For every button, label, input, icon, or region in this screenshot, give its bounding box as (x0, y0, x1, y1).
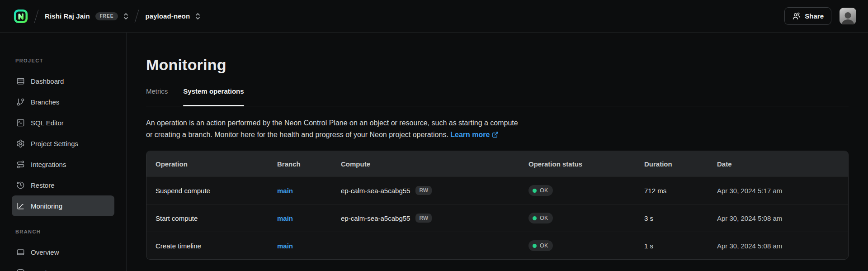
compute-cell: ep-calm-sea-a5cabg55 RW (341, 186, 528, 195)
status-dot-icon (533, 216, 537, 220)
sidebar-section-project: PROJECT (15, 58, 114, 63)
sidebar-item-label: Integrations (31, 161, 66, 168)
chevron-updown-icon (123, 12, 128, 20)
branch-link[interactable]: main (277, 214, 293, 222)
date-cell: Apr 30, 2024 5:17 am (717, 187, 848, 195)
col-header-compute: Compute (341, 160, 528, 168)
sidebar: PROJECT Dashboard Branches (0, 33, 127, 271)
tab-system-operations[interactable]: System operations (183, 87, 244, 106)
sidebar-item-dashboard[interactable]: Dashboard (12, 71, 114, 91)
sidebar-item-label: Dashboard (31, 77, 64, 85)
description-text: An operation is an action performed by t… (146, 117, 521, 141)
project-switcher[interactable]: payload-neon (145, 12, 200, 20)
sidebar-item-overview[interactable]: Overview (12, 242, 114, 262)
duration-cell: 3 s (644, 214, 717, 222)
rw-badge: RW (415, 186, 432, 195)
sidebar-item-restore[interactable]: Restore (12, 175, 114, 195)
table-row: Start compute main ep-calm-sea-a5cabg55 … (146, 204, 848, 232)
breadcrumb-divider (135, 10, 139, 23)
compute-cell: ep-calm-sea-a5cabg55 RW (341, 214, 528, 223)
branch-link[interactable]: main (277, 187, 293, 195)
page-title: Monitoring (146, 56, 849, 74)
org-switcher[interactable]: Rishi Raj Jain FREE (45, 12, 128, 20)
sidebar-item-label: Restore (31, 181, 55, 189)
sidebar-item-project-settings[interactable]: Project Settings (12, 133, 114, 154)
database-icon (16, 269, 25, 271)
compute-endpoint: ep-calm-sea-a5cabg55 (341, 214, 410, 222)
branch-link[interactable]: main (277, 242, 293, 250)
plan-badge: FREE (95, 12, 118, 20)
main-content: Monitoring Metrics System operations An … (127, 33, 868, 271)
tab-metrics[interactable]: Metrics (146, 87, 168, 106)
sidebar-section-branch: BRANCH (15, 229, 114, 234)
table-row: Suspend compute main ep-calm-sea-a5cabg5… (146, 176, 848, 204)
chart-line-icon (16, 202, 25, 210)
duration-cell: 712 ms (644, 187, 717, 195)
sidebar-item-label: Project Settings (31, 140, 78, 147)
external-link-icon (492, 131, 499, 138)
share-button[interactable]: Share (784, 7, 831, 25)
operations-table: Operation Branch Compute Operation statu… (146, 151, 849, 260)
status-badge: OK (528, 213, 553, 223)
history-icon (16, 181, 25, 190)
neon-logo-icon[interactable] (14, 9, 28, 24)
sidebar-item-sql-editor[interactable]: SQL Editor (12, 112, 114, 133)
terminal-icon (16, 119, 25, 127)
sidebar-item-label: Branches (31, 98, 59, 106)
col-header-duration: Duration (644, 160, 717, 168)
compute-endpoint: ep-calm-sea-a5cabg55 (341, 187, 410, 195)
rw-badge: RW (415, 214, 432, 223)
sidebar-item-databases[interactable]: Databases (12, 262, 114, 271)
project-name: payload-neon (145, 12, 190, 20)
table-header-row: Operation Branch Compute Operation statu… (146, 151, 848, 176)
status-dot-icon (533, 244, 537, 248)
gear-icon (16, 139, 25, 148)
col-header-branch: Branch (277, 160, 341, 168)
chevron-updown-icon (195, 12, 200, 20)
status-dot-icon (533, 189, 537, 193)
sidebar-item-branches[interactable]: Branches (12, 91, 114, 112)
operation-cell: Start compute (146, 214, 277, 222)
duration-cell: 1 s (644, 242, 717, 250)
sidebar-item-integrations[interactable]: Integrations (12, 154, 114, 175)
col-header-operation-status: Operation status (528, 160, 644, 168)
operation-cell: Create timeline (146, 242, 277, 250)
description-line1: An operation is an action performed by t… (146, 119, 518, 127)
col-header-date: Date (717, 160, 848, 168)
git-branch-icon (16, 98, 25, 106)
table-row: Create timeline main OK 1 s Apr 30, 2024… (146, 232, 848, 259)
sidebar-item-label: SQL Editor (31, 119, 64, 127)
sidebar-item-label: Monitoring (31, 202, 62, 210)
date-cell: Apr 30, 2024 5:08 am (717, 214, 848, 222)
user-avatar[interactable] (840, 8, 856, 24)
share-label: Share (805, 12, 824, 20)
col-header-operation: Operation (146, 160, 277, 168)
dashboard-icon (16, 77, 25, 86)
sidebar-item-monitoring[interactable]: Monitoring (12, 195, 114, 216)
breadcrumb: Rishi Raj Jain FREE payload-neon (14, 9, 200, 24)
topbar: Rishi Raj Jain FREE payload-neon (0, 0, 868, 33)
tab-bar: Metrics System operations (146, 87, 849, 106)
users-icon (792, 12, 801, 20)
route-icon (16, 160, 25, 169)
window-icon (16, 248, 25, 257)
status-badge: OK (528, 185, 553, 196)
org-name: Rishi Raj Jain (45, 12, 90, 20)
date-cell: Apr 30, 2024 5:08 am (717, 242, 848, 250)
topbar-right: Share (784, 7, 856, 25)
learn-more-link[interactable]: Learn more (450, 131, 499, 138)
status-badge: OK (528, 240, 553, 251)
sidebar-item-label: Databases (31, 269, 63, 271)
breadcrumb-divider (34, 10, 39, 23)
description-line2: or creating a branch. Monitor here for t… (146, 131, 448, 138)
operation-cell: Suspend compute (146, 187, 277, 195)
sidebar-item-label: Overview (31, 248, 59, 256)
